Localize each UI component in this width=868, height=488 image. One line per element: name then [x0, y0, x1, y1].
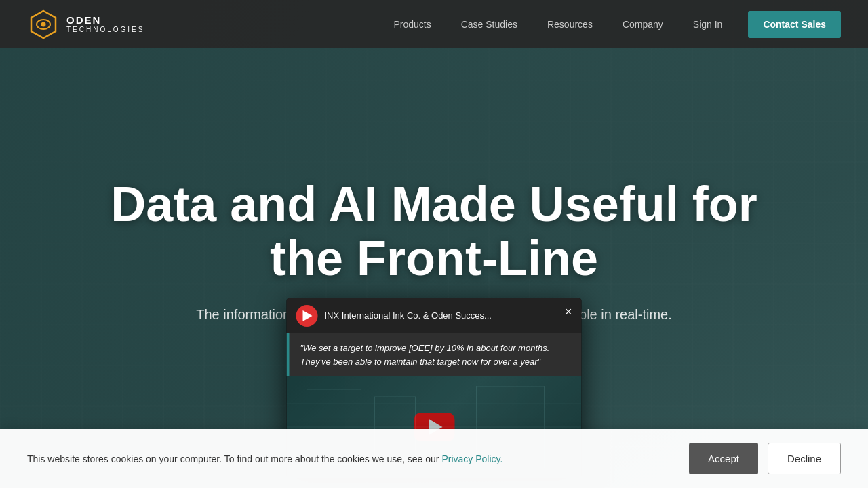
hero-title: Data and AI Made Useful for the Front-Li…	[95, 178, 773, 285]
video-close-button[interactable]: ×	[561, 304, 576, 321]
logo-text: ODEN TECHNOLOGIES	[66, 15, 144, 34]
nav-sign-in[interactable]: Sign In	[681, 14, 735, 35]
navbar: ODEN TECHNOLOGIES Products Case Studies …	[0, 0, 868, 48]
privacy-policy-link[interactable]: Privacy Policy.	[441, 453, 502, 464]
decline-cookies-button[interactable]: Decline	[768, 443, 841, 474]
cookie-banner: This website stores cookies on your comp…	[0, 429, 868, 488]
logo-name-bottom: TECHNOLOGIES	[66, 26, 144, 33]
cookie-text-content: This website stores cookies on your comp…	[27, 453, 439, 464]
accept-cookies-button[interactable]: Accept	[689, 443, 758, 474]
nav-resources[interactable]: Resources	[535, 14, 605, 35]
contact-sales-button[interactable]: Contact Sales	[748, 11, 841, 38]
svg-point-2	[41, 22, 46, 26]
nav-products[interactable]: Products	[381, 14, 443, 35]
logo[interactable]: ODEN TECHNOLOGIES	[27, 8, 144, 41]
logo-icon	[27, 8, 60, 41]
cookie-text: This website stores cookies on your comp…	[27, 453, 669, 464]
nav-links: Products Case Studies Resources Company …	[381, 11, 841, 38]
video-title: INX International Ink Co. & Oden Succes.…	[325, 310, 572, 322]
nav-company[interactable]: Company	[610, 14, 675, 35]
video-header: INX International Ink Co. & Oden Succes.…	[287, 298, 582, 333]
cookie-buttons: Accept Decline	[689, 443, 841, 474]
logo-name-top: ODEN	[66, 15, 144, 26]
video-quote: "We set a target to improve [OEE] by 10%…	[287, 333, 582, 376]
nav-case-studies[interactable]: Case Studies	[449, 14, 530, 35]
youtube-logo-icon	[296, 305, 318, 327]
play-triangle-icon	[303, 310, 313, 321]
